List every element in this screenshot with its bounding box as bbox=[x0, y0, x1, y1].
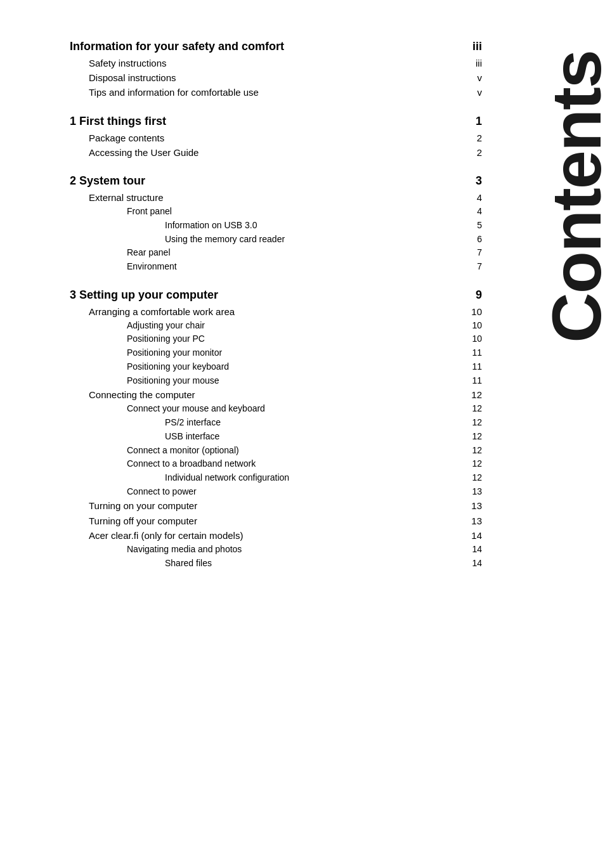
toc-gap bbox=[70, 274, 482, 287]
toc-page: 2 bbox=[443, 145, 482, 160]
toc-title: Turning on your computer bbox=[70, 498, 443, 513]
toc-page: 12 bbox=[443, 471, 482, 485]
toc-title: Using the memory card reader bbox=[70, 233, 443, 247]
toc-row: Individual network configuration12 bbox=[70, 471, 482, 485]
toc-title: Positioning your mouse bbox=[70, 374, 443, 388]
toc-title: Rear panel bbox=[70, 246, 443, 260]
toc-gap bbox=[70, 100, 482, 113]
toc-page: 11 bbox=[443, 360, 482, 374]
toc-row: Accessing the User Guide2 bbox=[70, 145, 482, 160]
toc-title: External structure bbox=[70, 190, 443, 205]
toc-page: 12 bbox=[443, 430, 482, 444]
toc-row: Connect your mouse and keyboard12 bbox=[70, 402, 482, 416]
toc-row: Information on USB 3.05 bbox=[70, 219, 482, 233]
toc-page: iii bbox=[443, 56, 482, 70]
toc-row: Positioning your monitor11 bbox=[70, 346, 482, 360]
toc-title: Front panel bbox=[70, 205, 443, 219]
toc-title: Safety instructions bbox=[70, 56, 443, 70]
toc-title: 3 Setting up your computer bbox=[70, 287, 443, 304]
toc-title: Turning off your computer bbox=[70, 514, 443, 528]
toc-page: 12 bbox=[443, 416, 482, 430]
toc-title: Disposal instructions bbox=[70, 70, 443, 85]
toc-page: 14 bbox=[443, 557, 482, 571]
toc-title: Navigating media and photos bbox=[70, 543, 443, 557]
toc-row: Package contents2 bbox=[70, 131, 482, 145]
toc-page: 10 bbox=[443, 319, 482, 333]
toc-row: 2 System tour3 bbox=[70, 172, 482, 190]
toc-page: 5 bbox=[443, 219, 482, 233]
toc-row: 3 Setting up your computer9 bbox=[70, 287, 482, 304]
toc-page: 10 bbox=[443, 304, 482, 319]
toc-page: 7 bbox=[443, 260, 482, 274]
toc-title: Individual network configuration bbox=[70, 471, 443, 485]
toc-row: Safety instructionsiii bbox=[70, 56, 482, 70]
toc-row: Acer clear.fi (only for certain models)1… bbox=[70, 528, 482, 543]
toc-title: 2 System tour bbox=[70, 172, 443, 190]
toc-page: 12 bbox=[443, 402, 482, 416]
toc-title: Positioning your keyboard bbox=[70, 360, 443, 374]
toc-title: Connect to a broadband network bbox=[70, 457, 443, 471]
toc-row: Navigating media and photos14 bbox=[70, 543, 482, 557]
toc-title: Environment bbox=[70, 260, 443, 274]
toc-page: v bbox=[443, 85, 482, 100]
toc-page: 6 bbox=[443, 233, 482, 247]
toc-title: Arranging a comfortable work area bbox=[70, 304, 443, 319]
page-title: Contents bbox=[542, 51, 605, 343]
toc-title: Tips and information for comfortable use bbox=[70, 85, 443, 100]
toc-row: Turning on your computer13 bbox=[70, 498, 482, 513]
toc-row: Positioning your keyboard11 bbox=[70, 360, 482, 374]
toc-title: Connecting the computer bbox=[70, 387, 443, 402]
toc-row: USB interface12 bbox=[70, 430, 482, 444]
toc-page: 9 bbox=[443, 287, 482, 304]
toc-row: 1 First things first1 bbox=[70, 113, 482, 131]
toc-row: Positioning your mouse11 bbox=[70, 374, 482, 388]
toc-page: 4 bbox=[443, 190, 482, 205]
toc-title: Adjusting your chair bbox=[70, 319, 443, 333]
toc-page: 3 bbox=[443, 172, 482, 190]
toc-title: Information for your safety and comfort bbox=[70, 38, 443, 56]
toc-title: Connect a monitor (optional) bbox=[70, 444, 443, 458]
toc-title: 1 First things first bbox=[70, 113, 443, 131]
toc-title: Positioning your monitor bbox=[70, 346, 443, 360]
toc-page: 13 bbox=[443, 498, 482, 513]
toc-page: 11 bbox=[443, 346, 482, 360]
toc-page: 10 bbox=[443, 332, 482, 346]
toc-row: Information for your safety and comforti… bbox=[70, 38, 482, 56]
toc-row: Connect a monitor (optional)12 bbox=[70, 444, 482, 458]
toc-row: Rear panel7 bbox=[70, 246, 482, 260]
toc-row: Connecting the computer12 bbox=[70, 387, 482, 402]
toc-row: Front panel4 bbox=[70, 205, 482, 219]
toc-title: Shared files bbox=[70, 557, 443, 571]
toc-page: 4 bbox=[443, 205, 482, 219]
toc-title: Information on USB 3.0 bbox=[70, 219, 443, 233]
toc-row: Environment7 bbox=[70, 260, 482, 274]
toc-row: Turning off your computer13 bbox=[70, 514, 482, 528]
toc-page: 13 bbox=[443, 514, 482, 528]
toc-row: Connect to a broadband network12 bbox=[70, 457, 482, 471]
toc-page: 12 bbox=[443, 387, 482, 402]
toc-title: Acer clear.fi (only for certain models) bbox=[70, 528, 443, 543]
toc-title: Connect to power bbox=[70, 485, 443, 499]
toc-page: 7 bbox=[443, 246, 482, 260]
toc-table: Information for your safety and comforti… bbox=[70, 38, 482, 570]
toc-title: Package contents bbox=[70, 131, 443, 145]
toc-row: External structure4 bbox=[70, 190, 482, 205]
toc-row: Adjusting your chair10 bbox=[70, 319, 482, 333]
toc-page: 11 bbox=[443, 374, 482, 388]
page-container: Contents Information for your safety and… bbox=[0, 0, 605, 868]
toc-title: USB interface bbox=[70, 430, 443, 444]
toc-row: PS/2 interface12 bbox=[70, 416, 482, 430]
toc-row: Connect to power13 bbox=[70, 485, 482, 499]
toc-title: Connect your mouse and keyboard bbox=[70, 402, 443, 416]
toc-gap bbox=[70, 160, 482, 172]
toc-row: Using the memory card reader6 bbox=[70, 233, 482, 247]
toc-row: Shared files14 bbox=[70, 557, 482, 571]
toc-page: 12 bbox=[443, 457, 482, 471]
toc-page: 14 bbox=[443, 543, 482, 557]
toc-page: 12 bbox=[443, 444, 482, 458]
toc-row: Disposal instructionsv bbox=[70, 70, 482, 85]
toc-page: iii bbox=[443, 38, 482, 56]
toc-title: PS/2 interface bbox=[70, 416, 443, 430]
toc-title: Positioning your PC bbox=[70, 332, 443, 346]
toc-page: v bbox=[443, 70, 482, 85]
